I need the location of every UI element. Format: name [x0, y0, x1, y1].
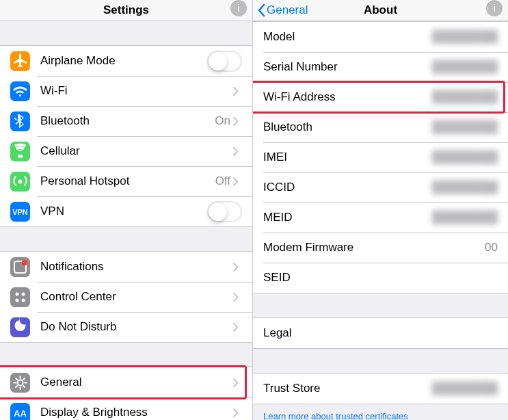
settings-row-vpn[interactable]: VPNVPN — [0, 196, 252, 226]
row-label: Control Center — [40, 290, 233, 304]
about-label: Wi-Fi Address — [263, 90, 432, 104]
toggle-switch[interactable] — [207, 201, 242, 222]
chevron-right-icon — [233, 87, 245, 96]
display-icon: AA — [10, 403, 30, 420]
about-value: ████████ — [432, 120, 498, 134]
svg-point-12 — [16, 292, 19, 296]
svg-rect-8 — [10, 257, 30, 277]
about-label: SEID — [263, 271, 494, 285]
row-label: Do Not Disturb — [40, 320, 233, 334]
about-panel: General About i Model████████Serial Numb… — [253, 0, 508, 420]
svg-point-14 — [16, 298, 19, 302]
svg-point-13 — [22, 292, 25, 296]
about-value: ████████ — [432, 90, 498, 104]
info-icon[interactable]: i — [230, 0, 247, 16]
about-label: MEID — [263, 211, 432, 224]
row-label: Display & Brightness — [40, 406, 233, 419]
chevron-right-icon — [233, 408, 245, 417]
wifi-icon — [10, 81, 30, 101]
settings-row-cellular[interactable]: Cellular — [0, 136, 252, 166]
about-row-wifi-address: Wi-Fi Address████████ — [253, 82, 508, 112]
settings-row-notifications[interactable]: Notifications — [0, 252, 252, 282]
settings-row-bluetooth[interactable]: BluetoothOn — [0, 106, 252, 136]
row-label: Wi-Fi — [40, 84, 230, 98]
hotspot-icon — [10, 172, 30, 192]
chevron-right-icon — [233, 378, 245, 387]
chevron-right-icon — [233, 147, 245, 156]
about-row-meid: MEID████████ — [253, 202, 508, 233]
svg-point-15 — [22, 298, 25, 302]
settings-row-dnd[interactable]: Do Not Disturb — [0, 312, 252, 342]
chevron-right-icon — [233, 177, 245, 186]
row-label: Airplane Mode — [40, 54, 207, 68]
about-value: ████████ — [432, 30, 498, 44]
row-label: Cellular — [40, 144, 233, 158]
about-row-modem: Modem Firmware00 — [253, 233, 508, 263]
settings-row-control-center[interactable]: Control Center — [0, 282, 252, 312]
about-row-iccid: ICCID████████ — [253, 172, 508, 202]
bluetooth-icon — [10, 111, 30, 131]
chevron-right-icon — [233, 263, 245, 272]
settings-row-airplane-mode[interactable]: Airplane Mode — [0, 46, 252, 76]
cellular-icon — [10, 142, 30, 161]
about-value: ████████ — [432, 382, 498, 395]
vpn-icon: VPN — [10, 202, 30, 222]
settings-panel: Settings i Airplane ModeWi-FiBluetoothOn… — [0, 0, 253, 420]
svg-text:VPN: VPN — [12, 208, 28, 216]
about-header: General About i — [253, 0, 508, 21]
about-row-model: Model████████ — [253, 22, 508, 52]
settings-row-general[interactable]: General — [0, 367, 252, 397]
about-label: Serial Number — [263, 60, 432, 74]
about-row-bluetooth-addr: Bluetooth████████ — [253, 112, 508, 142]
about-value: ████████ — [432, 60, 498, 74]
back-button[interactable]: General — [257, 3, 308, 17]
svg-rect-11 — [10, 287, 30, 307]
about-label: Model — [263, 30, 432, 44]
about-value: 00 — [485, 241, 498, 254]
about-row-legal[interactable]: Legal — [253, 318, 508, 348]
notifications-icon — [10, 257, 30, 277]
about-label: Bluetooth — [263, 120, 432, 134]
general-icon — [10, 373, 30, 393]
info-icon-right[interactable]: i — [486, 0, 503, 16]
about-row-trust-store: Trust Store████████ — [253, 373, 508, 404]
back-label: General — [267, 3, 308, 17]
about-value: ████████ — [432, 181, 498, 194]
svg-point-10 — [22, 260, 27, 265]
about-row-serial: Serial Number████████ — [253, 52, 508, 82]
row-value: Off — [215, 174, 230, 188]
settings-header: Settings i — [0, 0, 252, 21]
about-value: ████████ — [432, 150, 498, 164]
about-title: About — [364, 3, 397, 17]
control-center-icon — [10, 287, 30, 307]
settings-row-hotspot[interactable]: Personal HotspotOff — [0, 166, 252, 196]
row-label: General — [40, 376, 233, 389]
row-label: Bluetooth — [40, 114, 215, 128]
about-label: ICCID — [263, 181, 432, 194]
about-value: ████████ — [432, 211, 498, 224]
chevron-right-icon — [233, 323, 245, 332]
about-label: Modem Firmware — [263, 241, 485, 254]
row-label: Notifications — [40, 260, 233, 274]
settings-row-wifi[interactable]: Wi-Fi — [0, 76, 252, 106]
svg-text:AA: AA — [14, 408, 27, 419]
about-row-seid[interactable]: SEID — [253, 263, 508, 293]
svg-point-5 — [18, 179, 23, 183]
about-label: Trust Store — [263, 382, 432, 395]
learn-more-link[interactable]: Learn more about trusted certificates — [253, 404, 508, 420]
airplane-icon — [10, 51, 30, 71]
about-label: IMEI — [263, 150, 432, 164]
settings-title: Settings — [103, 3, 149, 17]
about-label: Legal — [263, 326, 494, 340]
chevron-right-icon — [233, 293, 245, 302]
row-value: On — [215, 114, 230, 128]
dnd-icon — [10, 317, 30, 337]
row-label: VPN — [40, 205, 207, 218]
toggle-switch[interactable] — [207, 51, 242, 72]
about-row-imei: IMEI████████ — [253, 142, 508, 172]
settings-row-display[interactable]: AADisplay & Brightness — [0, 397, 252, 420]
chevron-right-icon — [233, 117, 245, 126]
row-label: Personal Hotspot — [40, 174, 215, 188]
